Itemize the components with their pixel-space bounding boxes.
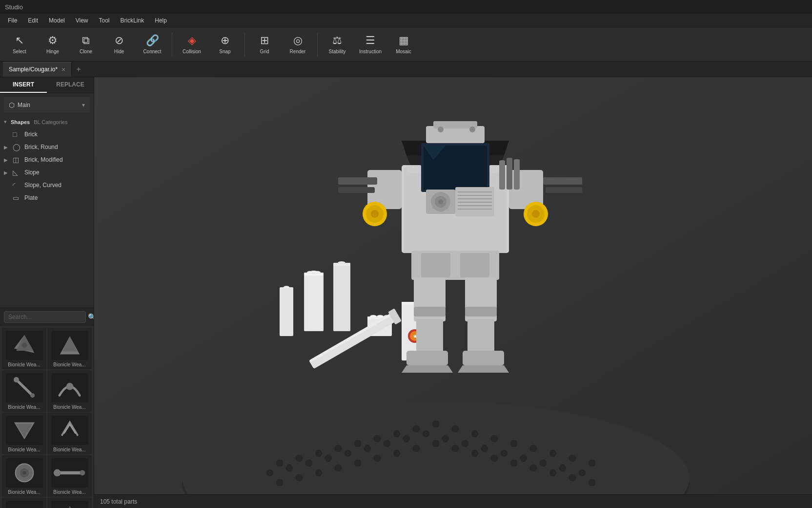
svg-rect-157 <box>426 126 485 143</box>
menu-item-file[interactable]: File <box>3 16 22 25</box>
sidebar-tab-replace[interactable]: REPLACE <box>47 77 94 93</box>
toolbar-separator <box>172 32 172 57</box>
tab-close-button[interactable]: ✕ <box>61 67 65 72</box>
menu-item-tool[interactable]: Tool <box>94 16 115 25</box>
category-icon: ⬡ <box>9 101 15 109</box>
svg-point-159 <box>438 127 444 132</box>
tool-grid[interactable]: ⊞Grid <box>249 29 280 60</box>
svg-rect-87 <box>304 273 324 331</box>
sidebar-tab-insert[interactable]: INSERT <box>0 77 47 93</box>
category-dropdown[interactable]: ⬡ Main ▾ <box>4 97 90 113</box>
menu-item-edit[interactable]: Edit <box>23 16 43 25</box>
svg-point-48 <box>510 440 517 447</box>
status-bar: 105 total parts <box>94 494 812 508</box>
svg-rect-155 <box>406 165 421 172</box>
part-item[interactable]: Bionicle Wea... <box>2 455 46 497</box>
svg-rect-147 <box>406 351 448 365</box>
svg-point-55 <box>305 460 312 466</box>
svg-point-103 <box>284 286 289 289</box>
shape-item-plate[interactable]: ▭Plate <box>0 191 94 204</box>
select-icon: ↖ <box>15 34 24 47</box>
bl-categories-label[interactable]: BL Categories <box>34 119 67 125</box>
tool-hide[interactable]: ⊘Hide <box>103 29 135 60</box>
tool-connect[interactable]: 🔗Connect <box>137 29 168 60</box>
select-label: Select <box>13 49 26 54</box>
part-item[interactable]: Bionicle Wea... <box>2 328 46 369</box>
svg-point-3 <box>21 342 27 348</box>
svg-point-92 <box>315 271 321 274</box>
shape-label: Brick, Round <box>24 144 58 150</box>
toolbar-separator <box>317 32 318 57</box>
shape-item-brick-round[interactable]: ▶◯Brick, Round <box>0 141 94 153</box>
toolbar-separator <box>244 32 245 57</box>
menu-item-help[interactable]: Help <box>150 16 172 25</box>
tab-label: Sample/Cougar.io* <box>9 66 58 73</box>
tool-select[interactable]: ↖Select <box>4 29 35 60</box>
hinge-label: Hinge <box>46 49 59 54</box>
tool-clone[interactable]: ⧉Clone <box>70 29 102 60</box>
shape-item-brick[interactable]: □Brick <box>0 128 94 141</box>
svg-point-57 <box>345 450 351 457</box>
render-label: Render <box>290 49 306 54</box>
tool-hinge[interactable]: ⚙Hinge <box>37 29 68 60</box>
svg-point-130 <box>532 210 540 218</box>
svg-point-67 <box>540 460 547 466</box>
svg-point-78 <box>432 440 439 447</box>
part-label: Bionicle Wea... <box>8 447 41 452</box>
search-container: 🔍 ■ □ ⊞ <box>0 308 94 326</box>
menu-item-view[interactable]: View <box>71 16 93 25</box>
shape-item-slope-curved[interactable]: ◜Slope, Curved <box>0 179 94 191</box>
category-label: Main <box>18 102 30 108</box>
svg-point-75 <box>374 455 381 462</box>
tool-collision[interactable]: ◈Collision <box>176 29 207 60</box>
tool-render[interactable]: ◎Render <box>282 29 313 60</box>
svg-point-39 <box>335 445 342 452</box>
menu-bar: FileEditModelViewToolBrickLinkHelp <box>0 14 812 27</box>
shapes-label: Shapes <box>11 119 30 125</box>
svg-point-66 <box>520 455 527 462</box>
search-icon[interactable]: 🔍 <box>88 313 94 321</box>
part-item[interactable]: Bionicle Wea... <box>2 413 46 454</box>
part-label: Bionicle Wea... <box>53 362 86 367</box>
part-item[interactable]: Bionicle Wea... <box>2 498 46 508</box>
mosaic-icon: ▦ <box>399 34 409 47</box>
instruction-label: Instruction <box>359 49 382 54</box>
svg-point-23 <box>53 469 61 477</box>
svg-rect-144 <box>460 253 489 277</box>
part-thumbnail <box>6 458 43 487</box>
svg-point-54 <box>286 465 293 471</box>
svg-point-70 <box>276 479 283 486</box>
mosaic-label: Mosaic <box>396 49 411 54</box>
toolbar: ↖Select⚙Hinge⧉Clone⊘Hide🔗Connect◈Collisi… <box>0 27 812 62</box>
shapes-collapse-icon[interactable]: ▾ <box>4 119 7 125</box>
part-item[interactable]: Bionicle Wea... <box>47 328 92 369</box>
tool-mosaic[interactable]: ▦Mosaic <box>388 29 419 60</box>
svg-point-134 <box>438 199 443 204</box>
tool-stability[interactable]: ⚖Stability <box>322 29 353 60</box>
svg-point-72 <box>315 469 322 476</box>
tool-instruction[interactable]: ☰Instruction <box>355 29 386 60</box>
shape-label: Brick <box>24 131 38 138</box>
svg-marker-148 <box>402 365 453 373</box>
part-item[interactable]: Bionicle Wea... <box>47 455 92 497</box>
svg-point-24 <box>80 470 85 475</box>
shape-label: Slope, Curved <box>24 182 61 189</box>
tool-snap[interactable]: ⊕Snap <box>209 29 241 60</box>
part-item[interactable]: Bionicle Wea... <box>47 498 92 508</box>
svg-rect-151 <box>463 351 504 365</box>
snap-icon: ⊕ <box>221 34 229 47</box>
part-item[interactable]: Bionicle Wea... <box>2 370 46 412</box>
search-input[interactable] <box>4 311 86 323</box>
svg-point-69 <box>579 469 586 476</box>
part-item[interactable]: Bionicle Wea... <box>47 413 92 454</box>
viewport[interactable]: 🎥 ⊙ <box>94 77 812 508</box>
hinge-icon: ⚙ <box>48 34 58 47</box>
tab-main[interactable]: Sample/Cougar.io*✕ <box>3 62 72 77</box>
part-thumbnail <box>6 501 43 508</box>
shape-item-brick-modified[interactable]: ▶◫Brick, Modified <box>0 153 94 166</box>
menu-item-bricklink[interactable]: BrickLink <box>116 16 149 25</box>
part-item[interactable]: Bionicle Wea... <box>47 370 92 412</box>
add-tab-button[interactable]: + <box>72 63 85 76</box>
shape-item-slope[interactable]: ▶◺Slope <box>0 166 94 179</box>
menu-item-model[interactable]: Model <box>44 16 70 25</box>
